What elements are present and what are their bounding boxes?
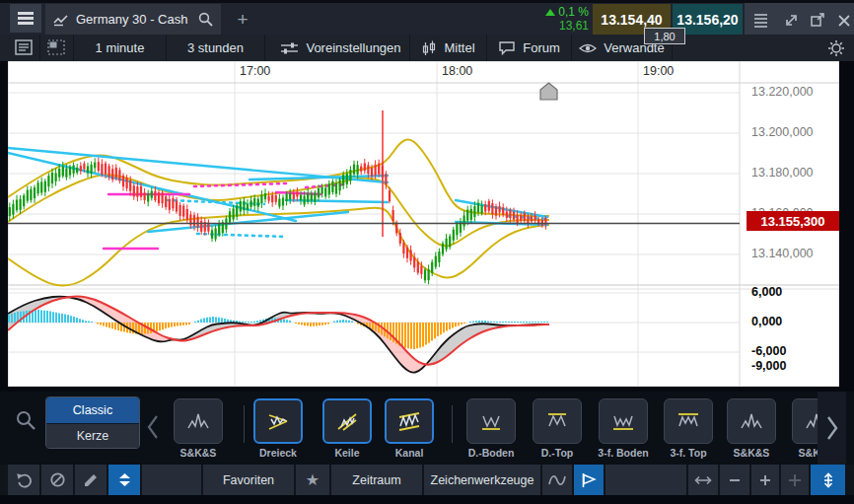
popout-button[interactable]	[808, 10, 828, 32]
instrument-tab[interactable]: Germany 30 - Cash	[45, 4, 221, 35]
chevron-right-icon	[825, 414, 839, 442]
block-icon	[49, 471, 66, 488]
pattern-button-triple-top[interactable]	[664, 398, 713, 444]
chart-settings-button[interactable]	[818, 35, 854, 61]
curve-tool-button[interactable]	[542, 465, 572, 495]
pattern-button-sks[interactable]	[174, 398, 223, 444]
hamburger-icon	[18, 11, 34, 26]
undo-icon	[16, 472, 33, 488]
search-icon[interactable]	[198, 12, 213, 27]
forum-label: Forum	[523, 40, 560, 55]
zoom-out-button[interactable]	[720, 465, 749, 495]
delete-all-button[interactable]	[41, 465, 73, 495]
star-icon: ★	[306, 470, 320, 489]
pattern-tool-button[interactable]	[574, 465, 604, 495]
up-down-triangles-icon	[118, 472, 131, 487]
chart-canvas[interactable]	[8, 61, 839, 387]
pencil-icon	[83, 472, 99, 488]
spread-badge: 1,80	[644, 28, 685, 44]
pattern-scroll-right[interactable]	[818, 392, 846, 465]
legend-icon	[15, 39, 34, 56]
price-tick-label: 13.180,000	[751, 166, 814, 180]
instrument-tab-label: Germany 30 - Cash	[76, 12, 187, 27]
triple-top-pattern-icon	[676, 410, 700, 432]
pattern-button-triangle[interactable]	[253, 398, 303, 444]
pattern-button-double-bottom[interactable]	[466, 398, 516, 444]
crosshair-button[interactable]	[781, 465, 809, 495]
mittel-button[interactable]: Mittel	[410, 35, 487, 61]
zoom-in-button[interactable]	[751, 465, 779, 495]
trading-app-window: Germany 30 - Cash + 0,1 % 13,61 13.154,4…	[0, 0, 854, 504]
up-triangle-icon	[545, 9, 555, 16]
draw-button[interactable]	[75, 465, 107, 495]
favoriten-label: Favoriten	[223, 473, 274, 487]
crosshair-icon	[788, 473, 802, 487]
chevron-left-icon[interactable]	[146, 413, 160, 441]
expand-button[interactable]	[781, 10, 802, 32]
chart-toolbar: 1 minute 3 stunden Voreinstellungen Mitt…	[0, 35, 854, 61]
change-absolute: 13,61	[530, 19, 589, 33]
triple-bottom-pattern-icon	[611, 410, 635, 432]
popout-icon	[810, 13, 825, 28]
pattern-flag-icon	[580, 472, 598, 488]
legend-button[interactable]	[8, 35, 40, 61]
eye-icon	[579, 41, 597, 55]
forum-button[interactable]: Forum	[487, 35, 572, 61]
pattern-button-label: Kanal	[375, 447, 444, 459]
toolbar-spacer	[142, 465, 201, 495]
new-tab-button[interactable]: +	[225, 4, 260, 35]
undo-button[interactable]	[8, 465, 39, 495]
macd-tick-label: -6,000	[751, 344, 786, 358]
interval-button[interactable]: 1 minute	[74, 35, 167, 61]
expand-arrows-icon	[784, 13, 799, 28]
hamburger-menu-button[interactable]	[10, 4, 41, 33]
zeitraum-button[interactable]: Zeitraum	[331, 465, 422, 495]
pattern-button-label: D.-Boden	[457, 447, 526, 459]
autoscale-vertical-button[interactable]	[811, 465, 845, 495]
pattern-button-triple-bottom[interactable]	[599, 398, 648, 444]
favoriten-button[interactable]: Favoriten	[203, 465, 294, 495]
pattern-button-sks[interactable]	[727, 398, 776, 444]
vertical-expand-icon	[821, 472, 835, 488]
pattern-search-icon[interactable]	[16, 410, 37, 432]
price-tick-label: 13.140,000	[751, 247, 814, 260]
pattern-button-wedge[interactable]	[322, 398, 372, 444]
zeichenwerkzeuge-button[interactable]: Zeichenwerkzeuge	[424, 465, 540, 495]
pattern-button-channel[interactable]	[385, 398, 434, 444]
pattern-button-label: S&K&S	[164, 447, 233, 459]
range-button[interactable]: 3 stunden	[167, 35, 265, 61]
close-button[interactable]	[833, 10, 854, 32]
pattern-list: Classic Kerze S&K&SDreieckKeileKanalD.-B…	[0, 392, 818, 465]
presets-button[interactable]: Voreinstellungen	[272, 35, 410, 61]
pattern-button-sks[interactable]	[792, 398, 818, 444]
pattern-button-label: 3-f. Boden	[589, 447, 658, 459]
double-bottom-pattern-icon	[479, 410, 503, 432]
sks-pattern-icon	[186, 410, 210, 432]
range-label: 3 stunden	[187, 40, 244, 55]
orderbook-lines-button[interactable]	[750, 10, 771, 32]
sort-updown-button[interactable]	[108, 465, 140, 495]
pattern-button-double-top[interactable]	[533, 398, 582, 444]
mittel-label: Mittel	[444, 40, 474, 55]
layout-icon	[47, 39, 66, 56]
pattern-bar: Classic Kerze S&K&SDreieckKeileKanalD.-B…	[0, 392, 854, 465]
presets-label: Voreinstellungen	[306, 40, 400, 55]
change-percent: 0,1 %	[558, 5, 589, 19]
price-change: 0,1 % 13,61	[530, 5, 589, 33]
speech-bubble-icon	[498, 40, 516, 56]
macd-tick-label: -9,000	[751, 359, 786, 373]
pattern-button-label: 3-f. Top	[654, 447, 723, 459]
chart-panel: 17:0018:0019:00 13.220,00013.200,00013.1…	[8, 61, 839, 387]
price-tick-label: 13.200,000	[751, 125, 814, 139]
mode-kerze-button[interactable]: Kerze	[46, 424, 139, 450]
lines-icon	[753, 13, 768, 28]
interval-label: 1 minute	[96, 40, 145, 55]
mode-classic-button[interactable]: Classic	[46, 397, 139, 424]
time-tick-label: 17:00	[240, 64, 270, 78]
pattern-mode-toggle: Classic Kerze	[45, 396, 140, 449]
chart-line-icon	[53, 13, 69, 27]
time-tick-label: 19:00	[643, 64, 674, 78]
favorite-star-button[interactable]: ★	[296, 465, 329, 495]
zoom-fit-horizontal-button[interactable]	[688, 465, 718, 495]
layout-button[interactable]	[40, 35, 74, 61]
